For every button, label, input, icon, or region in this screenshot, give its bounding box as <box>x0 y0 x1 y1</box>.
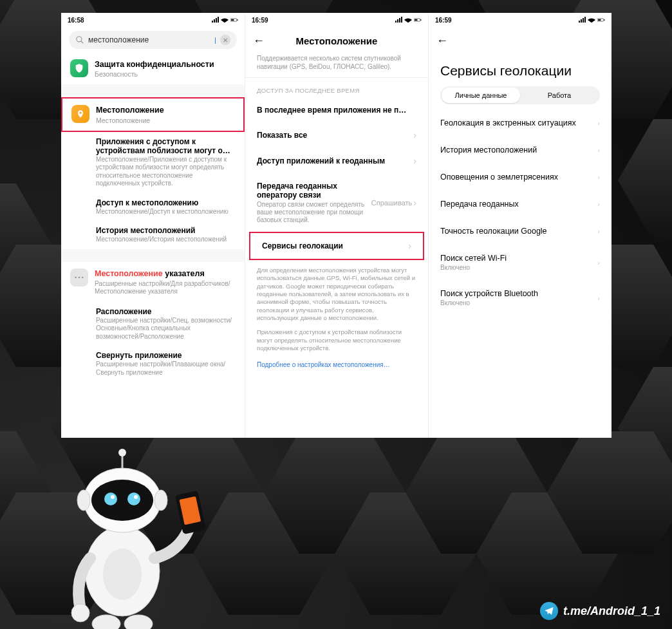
row-emergency-location[interactable]: Геолокация в экстренных ситуациях › <box>429 109 611 136</box>
row-geolocation-services[interactable]: Сервисы геолокации › <box>250 233 423 259</box>
clear-search-button[interactable]: ✕ <box>220 35 230 45</box>
svg-rect-13 <box>604 19 604 21</box>
info-text: Приложения с доступом к устройствам побл… <box>245 328 428 359</box>
svg-point-26 <box>71 604 89 622</box>
svg-point-30 <box>92 615 120 629</box>
svg-point-25 <box>118 449 126 456</box>
svg-point-23 <box>154 490 167 511</box>
svg-point-15 <box>103 549 142 600</box>
more-icon <box>70 268 88 286</box>
svg-point-5 <box>75 276 77 278</box>
svg-point-6 <box>79 276 80 278</box>
shield-icon <box>70 59 88 77</box>
svg-point-31 <box>124 615 153 629</box>
chevron-right-icon: › <box>597 173 600 181</box>
svg-rect-2 <box>237 19 238 21</box>
info-text: Для определения местоположения устройств… <box>245 260 428 328</box>
chevron-right-icon: › <box>597 227 600 235</box>
status-time: 16:59 <box>252 17 268 24</box>
robot-mascot <box>51 442 219 629</box>
result-title: Местоположение <box>96 105 164 115</box>
chevron-right-icon: › <box>413 130 416 140</box>
watermark-text: t.me/Android_1_1 <box>563 605 660 618</box>
svg-point-3 <box>77 37 82 42</box>
page-title: Сервисы геолокации <box>429 54 611 86</box>
chevron-right-icon: › <box>408 241 411 251</box>
status-icons <box>211 17 238 23</box>
back-button[interactable]: ← <box>253 34 265 48</box>
sub-result-placement[interactable]: Расположение Расширенные настройки/Спец.… <box>96 302 245 346</box>
status-bar: 16:59 <box>429 13 611 27</box>
highlight-location: Местоположение Местоположение <box>61 97 245 131</box>
section-label: ДОСТУП ЗА ПОСЛЕДНЕЕ ВРЕМЯ <box>245 78 428 98</box>
location-pin-icon <box>71 105 89 123</box>
tab-work[interactable]: Работа <box>520 88 599 103</box>
chevron-right-icon: › <box>413 156 416 166</box>
learn-more-link[interactable]: Подробнее о настройках местоположения… <box>245 359 428 375</box>
status-icons <box>395 17 422 23</box>
chevron-right-icon: › <box>597 119 600 127</box>
row-earthquake-alerts[interactable]: Оповещения о землетрясениях › <box>429 164 611 191</box>
highlight-geolocation-services: Сервисы геолокации › <box>249 232 424 260</box>
svg-point-7 <box>82 276 84 278</box>
screenshots-container: 16:58 | ✕ Защита конфиденциальности Безо… <box>61 13 611 438</box>
row-location-history[interactable]: История местоположений › <box>429 136 611 164</box>
tab-personal[interactable]: Личные данные <box>442 88 520 103</box>
back-button[interactable]: ← <box>436 34 448 48</box>
chevron-right-icon: › <box>413 198 416 208</box>
search-input[interactable] <box>88 35 210 44</box>
status-bar: 16:59 <box>245 13 428 27</box>
status-time: 16:58 <box>68 17 84 24</box>
screen-geolocation-services: 16:59 ← Сервисы геолокации Личные данные… <box>428 13 611 438</box>
row-show-all[interactable]: Показать все › <box>245 122 428 148</box>
header: ← Местоположение <box>245 27 428 54</box>
svg-line-4 <box>81 41 84 44</box>
search-input-container[interactable]: | ✕ <box>69 31 237 49</box>
result-location[interactable]: Местоположение Местоположение <box>62 99 243 130</box>
row-wifi-scan[interactable]: Поиск сетей Wi-Fi Включено › <box>429 245 611 280</box>
profile-tabs: Личные данные Работа <box>440 86 600 104</box>
header: ← <box>429 27 611 54</box>
result-pointer-location[interactable]: Местоположение указателя Расширенные нас… <box>61 262 245 302</box>
chevron-right-icon: › <box>597 259 600 267</box>
svg-point-22 <box>77 490 90 511</box>
result-title: Защита конфиденциальности <box>95 59 214 70</box>
page-title: Местоположение <box>296 35 378 46</box>
telegram-watermark: t.me/Android_1_1 <box>540 602 660 620</box>
chevron-right-icon: › <box>597 294 600 302</box>
telegram-icon <box>540 602 558 620</box>
page-description: Поддерживается несколько систем спутнико… <box>245 54 428 78</box>
svg-rect-9 <box>415 19 417 21</box>
row-app-access[interactable]: Доступ приложений к геоданным › <box>245 148 428 174</box>
status-bar: 16:58 <box>61 13 245 27</box>
sub-result-minimize[interactable]: Свернуть приложение Расширенные настройк… <box>96 346 245 382</box>
chevron-right-icon: › <box>597 200 600 208</box>
search-icon <box>75 35 84 44</box>
screen-location-settings: 16:59 ← Местоположение Поддерживается не… <box>245 13 428 438</box>
svg-point-17 <box>91 480 153 521</box>
sub-result-nearby[interactable]: Приложения с доступом к устройствам побл… <box>96 132 245 193</box>
row-carrier-location[interactable]: Передача геоданных оператору связи Опера… <box>245 174 428 232</box>
svg-rect-1 <box>231 19 234 21</box>
svg-rect-12 <box>598 19 601 21</box>
status-icons <box>578 17 605 23</box>
sub-result-history[interactable]: История местоположений Местоположение/Ис… <box>96 221 245 249</box>
row-google-accuracy[interactable]: Точность геолокации Google › <box>429 218 611 245</box>
svg-point-21 <box>134 495 138 499</box>
result-title: Местоположение указателя <box>95 268 236 279</box>
svg-point-18 <box>104 493 117 505</box>
status-time: 16:59 <box>435 17 452 24</box>
sub-result-access[interactable]: Доступ к местоположению Местоположение/Д… <box>96 193 245 221</box>
row-recent-apps[interactable]: В последнее время приложения не п… <box>245 98 428 122</box>
result-privacy[interactable]: Защита конфиденциальности Безопасность <box>61 53 245 84</box>
result-subtitle: Местоположение <box>96 117 164 124</box>
svg-point-20 <box>111 495 115 499</box>
row-bluetooth-scan[interactable]: Поиск устройств Bluetooth Включено › <box>429 280 611 315</box>
svg-point-19 <box>127 493 140 505</box>
screen-search-results: 16:58 | ✕ Защита конфиденциальности Безо… <box>61 13 245 438</box>
chevron-right-icon: › <box>597 146 600 154</box>
result-subtitle: Безопасность <box>95 70 214 78</box>
row-location-sharing[interactable]: Передача геоданных › <box>429 191 611 218</box>
svg-rect-10 <box>420 19 421 21</box>
